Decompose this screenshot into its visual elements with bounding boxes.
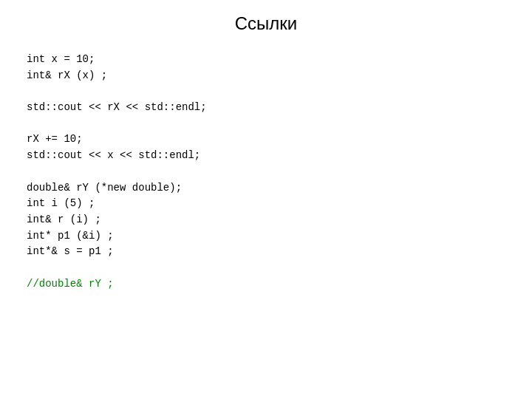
code-line-empty	[27, 83, 532, 100]
code-line-empty	[27, 260, 532, 276]
code-block: int x = 10; int& rX (x) ; std::cout << r…	[0, 49, 532, 292]
code-line-empty	[27, 116, 532, 132]
code-line-comment: //double& rY ;	[27, 276, 532, 293]
code-line: std::cout << x << std::endl;	[27, 148, 532, 164]
code-line: int& rX (x) ;	[27, 68, 532, 84]
page-title: Ссылки	[0, 0, 532, 49]
code-line: std::cout << rX << std::endl;	[27, 100, 532, 116]
code-line: int* p1 (&i) ;	[27, 228, 532, 245]
code-line: int*& s = p1 ;	[27, 244, 532, 260]
code-line: int i (5) ;	[27, 196, 532, 212]
code-line-empty	[27, 164, 532, 180]
code-line: int& r (i) ;	[27, 212, 532, 228]
code-line: rX += 10;	[27, 132, 532, 148]
code-line: int x = 10;	[27, 52, 532, 68]
code-line: double& rY (*new double);	[27, 180, 532, 197]
